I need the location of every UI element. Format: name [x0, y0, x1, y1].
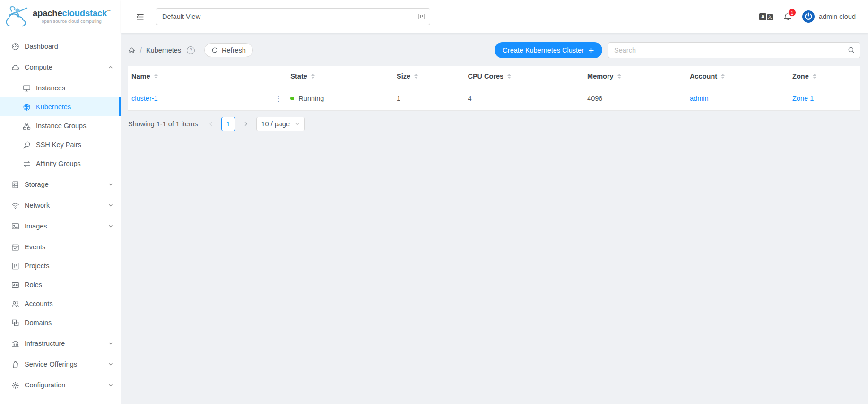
cell-name: cluster-1 ⋮: [128, 87, 286, 110]
page-size-select[interactable]: 10 / page: [256, 117, 305, 131]
menu-fold-icon[interactable]: [136, 13, 144, 21]
topbar: A 文 1 admin cloud: [121, 0, 868, 33]
trademark: ™: [107, 9, 111, 14]
sidebar-item-projects[interactable]: Projects: [0, 256, 121, 275]
sidebar-item-dashboard[interactable]: Dashboard: [0, 37, 121, 56]
breadcrumb-separator: /: [140, 46, 142, 54]
sidebar-item-label: Roles: [25, 281, 113, 289]
zone-link[interactable]: Zone 1: [792, 95, 814, 102]
sidebar-item-kubernetes[interactable]: Kubernetes: [0, 97, 121, 116]
column-header-memory[interactable]: Memory: [583, 66, 686, 87]
state-label: Running: [298, 95, 324, 102]
column-header-account[interactable]: Account: [686, 66, 789, 87]
column-header-zone[interactable]: Zone: [789, 66, 860, 87]
bank-icon: [11, 340, 19, 348]
latin-glyph: A: [759, 13, 766, 20]
home-icon[interactable]: [128, 46, 136, 54]
sidebar-item-label: Domains: [25, 319, 113, 326]
main-area: A 文 1 admin cloud: [121, 0, 868, 404]
sidebar-item-label: Accounts: [25, 300, 113, 307]
chevron-down-icon: [108, 383, 113, 387]
sidebar-item-events[interactable]: Events: [0, 237, 121, 256]
brand-logo[interactable]: apachecloudstack™ open source cloud comp…: [0, 0, 121, 33]
sort-icon[interactable]: [414, 74, 418, 79]
cell-state: Running: [286, 87, 393, 110]
help-icon[interactable]: ?: [187, 46, 195, 54]
kubernetes-table: Name State Size CPU Cores Memory Account…: [128, 66, 860, 111]
cloud-icon: [11, 63, 19, 71]
create-button-label: Create Kubernetes Cluster: [503, 46, 584, 54]
notifications-button[interactable]: 1: [783, 12, 792, 21]
sidebar-item-network[interactable]: Network: [0, 196, 121, 215]
cluster-name-link[interactable]: cluster-1: [131, 95, 158, 102]
cell-account: admin: [686, 87, 789, 110]
dashboard-icon: [11, 43, 19, 51]
block-icon: [11, 319, 19, 327]
sidebar-item-accounts[interactable]: Accounts: [0, 294, 121, 313]
user-avatar-icon: [802, 10, 815, 23]
project-board-icon: [11, 262, 19, 270]
page-size-value: 10 / page: [261, 120, 290, 128]
column-header-name[interactable]: Name: [128, 66, 286, 87]
sidebar-item-roles[interactable]: Roles: [0, 275, 121, 294]
sidebar-item-label: Compute: [25, 63, 108, 71]
account-link[interactable]: admin: [690, 95, 709, 102]
sidebar-item-service-offerings[interactable]: Service Offerings: [0, 355, 121, 374]
column-header-state[interactable]: State: [286, 66, 393, 87]
sidebar: apachecloudstack™ open source cloud comp…: [0, 0, 121, 404]
sidebar-item-ssh-key-pairs[interactable]: SSH Key Pairs: [0, 135, 121, 154]
sidebar-item-affinity-groups[interactable]: Affinity Groups: [0, 154, 121, 173]
more-actions-icon[interactable]: ⋮: [274, 95, 283, 102]
sidebar-item-images[interactable]: Images: [0, 217, 121, 236]
wifi-icon: [11, 202, 19, 210]
cell-memory: 4096: [583, 87, 686, 110]
sidebar-item-label: SSH Key Pairs: [36, 141, 113, 149]
column-header-cpu-cores[interactable]: CPU Cores: [464, 66, 583, 87]
sidebar-item-instances[interactable]: Instances: [0, 79, 121, 97]
sidebar-nav: Dashboard Compute Instances Kuberne: [0, 33, 121, 404]
chevron-down-icon: [108, 224, 113, 228]
user-menu[interactable]: admin cloud: [802, 10, 856, 23]
calendar-check-icon: [11, 243, 19, 251]
create-kubernetes-cluster-button[interactable]: Create Kubernetes Cluster: [495, 42, 602, 58]
project-switch-icon[interactable]: [418, 13, 425, 20]
sort-icon[interactable]: [154, 74, 158, 79]
table-header-row: Name State Size CPU Cores Memory Account…: [128, 66, 860, 87]
next-page-icon[interactable]: [240, 118, 252, 130]
chevron-up-icon: [108, 65, 113, 70]
sidebar-item-domains[interactable]: Domains: [0, 313, 121, 332]
translate-icon[interactable]: A 文: [759, 13, 773, 20]
brand-tagline: open source cloud computing: [33, 18, 111, 24]
sort-icon[interactable]: [721, 74, 725, 79]
previous-page-icon[interactable]: [205, 118, 217, 130]
refresh-button[interactable]: Refresh: [204, 43, 253, 57]
sidebar-item-label: Events: [25, 243, 113, 251]
sidebar-item-configuration[interactable]: Configuration: [0, 376, 121, 395]
breadcrumb: / Kubernetes ? Refresh: [128, 43, 253, 57]
kubernetes-table-card: Name State Size CPU Cores Memory Account…: [128, 66, 860, 111]
team-icon: [11, 300, 19, 308]
sidebar-item-instance-groups[interactable]: Instance Groups: [0, 116, 121, 135]
sidebar-item-storage[interactable]: Storage: [0, 175, 121, 194]
cluster-icon: [23, 122, 31, 130]
sort-icon[interactable]: [311, 74, 315, 79]
sort-icon[interactable]: [813, 74, 816, 79]
cell-cpu-cores: 4: [464, 87, 583, 110]
pagination-summary: Showing 1-1 of 1 items: [128, 120, 198, 128]
sidebar-item-compute[interactable]: Compute: [0, 58, 121, 77]
chevron-down-icon: [295, 122, 300, 126]
sidebar-item-infrastructure[interactable]: Infrastructure: [0, 334, 121, 353]
search-icon[interactable]: [848, 46, 855, 54]
sort-icon[interactable]: [617, 74, 621, 79]
brand-text: apachecloudstack™ open source cloud comp…: [33, 9, 111, 24]
cloudstack-monkey-logo-icon: [5, 6, 29, 27]
search-input[interactable]: [608, 42, 860, 58]
page-number-button[interactable]: 1: [221, 117, 235, 131]
cell-size: 1: [393, 87, 464, 110]
chevron-down-icon: [108, 362, 113, 367]
notification-badge: 1: [788, 9, 796, 17]
column-header-size[interactable]: Size: [393, 66, 464, 87]
view-selector-input[interactable]: [156, 8, 430, 25]
table-row: cluster-1 ⋮ Running 1: [128, 87, 860, 110]
sort-icon[interactable]: [507, 74, 511, 79]
